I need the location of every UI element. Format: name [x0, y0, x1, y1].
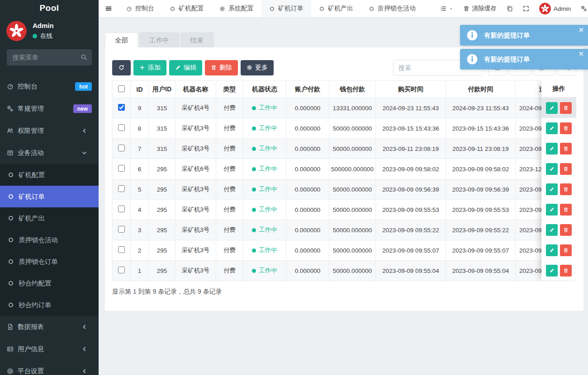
filter-tab-全部[interactable]: 全部 [105, 33, 138, 47]
trash-icon [211, 65, 217, 70]
row-edit-button[interactable] [546, 204, 558, 216]
column-header-机器状态[interactable]: 机器状态 [243, 81, 286, 98]
row-checkbox[interactable] [118, 124, 125, 131]
sidebar-subitem-矿机订单[interactable]: 矿机订单 [0, 186, 99, 207]
sidebar-item-用户信息[interactable]: 用户信息 [0, 338, 99, 360]
fullscreen-button[interactable] [518, 0, 534, 17]
refresh-button[interactable] [112, 60, 131, 75]
row-delete-button[interactable] [560, 244, 572, 256]
sidebar-subitem-矿机配置[interactable]: 矿机配置 [0, 164, 99, 186]
edit-button[interactable]: 编辑 [169, 60, 202, 75]
filter-tab-工作中[interactable]: 工作中 [139, 33, 179, 47]
trash-icon [563, 268, 569, 273]
row-edit-button[interactable] [546, 122, 558, 134]
sidebar-item-平台设置[interactable]: 平台设置 [0, 360, 99, 375]
table-row[interactable]: 1295采矿机3号付费工作中0.00000050000.0000002023-0… [113, 261, 577, 281]
clear-cache-button[interactable]: 清除缓存 [458, 0, 502, 17]
sidebar-item-控制台[interactable]: 控制台hot [0, 75, 99, 98]
settings-button[interactable] [576, 0, 588, 17]
row-delete-button[interactable] [560, 204, 572, 216]
table-row[interactable]: 6295采矿机6号付费工作中0.000000500000.0000002023-… [113, 159, 577, 179]
row-delete-button[interactable] [560, 183, 572, 195]
toast-close-button[interactable] [579, 51, 584, 58]
table-row[interactable]: 4295采矿机3号付费工作中0.00000050000.0000002023-0… [113, 200, 577, 220]
row-edit-button[interactable] [546, 183, 558, 195]
row-delete-button[interactable] [560, 122, 572, 134]
delete-button[interactable]: 删除 [205, 60, 238, 75]
sidebar-subitem-矿机产出[interactable]: 矿机产出 [0, 207, 99, 229]
row-edit-button[interactable] [546, 102, 558, 114]
row-checkbox[interactable] [118, 145, 125, 151]
table-row[interactable]: 3295采矿机3号付费工作中0.00000050000.0000002023-0… [113, 220, 577, 240]
more-button[interactable]: 更多 [241, 60, 274, 75]
row-edit-button[interactable] [546, 265, 558, 277]
toast-close-button[interactable] [579, 27, 584, 34]
nav-tab-系统配置[interactable]: 系统配置 [212, 0, 261, 17]
sidebar-item-业务活动[interactable]: 业务活动 [0, 142, 99, 164]
cell-type: 付费 [216, 139, 243, 159]
sidebar-subitem-质押锁仓订单[interactable]: 质押锁仓订单 [0, 251, 99, 272]
table-row[interactable]: 5295采矿机3号付费工作中0.00000050000.0000002023-0… [113, 179, 577, 200]
column-header-ID[interactable]: ID [131, 81, 149, 98]
column-header-账户付款[interactable]: 账户付款 [286, 81, 329, 98]
checkbox-cell [113, 240, 131, 261]
sidebar-subitem-label: 质押锁仓订单 [19, 258, 58, 266]
row-checkbox[interactable] [118, 165, 125, 172]
sidebar-subitem-秒合约订单[interactable]: 秒合约订单 [0, 294, 99, 316]
row-checkbox[interactable] [118, 104, 125, 111]
admin-menu[interactable]: Admin [534, 0, 576, 17]
select-all-checkbox[interactable] [118, 85, 125, 92]
row-checkbox[interactable] [118, 226, 125, 233]
row-edit-button[interactable] [546, 244, 558, 256]
add-button[interactable]: 添加 [133, 60, 166, 75]
cell-account_pay: 0.000000 [286, 118, 329, 139]
actions-cell [541, 240, 576, 260]
nav-tab-矿机订单[interactable]: 矿机订单 [261, 0, 311, 17]
row-checkbox[interactable] [118, 267, 125, 273]
column-header-用户ID[interactable]: 用户ID [149, 81, 175, 98]
row-delete-button[interactable] [560, 102, 572, 114]
row-edit-button[interactable] [546, 163, 558, 175]
table-row[interactable]: 7315采矿机3号付费工作中0.00000050000.0000002023-0… [113, 139, 577, 159]
sidebar-item-常规管理[interactable]: 常规管理new [0, 98, 99, 120]
nav-tab-矿机配置[interactable]: 矿机配置 [162, 0, 212, 17]
sidebar-item-权限管理[interactable]: 权限管理 [0, 120, 99, 142]
column-header-类型[interactable]: 类型 [216, 81, 243, 98]
nav-tab-控制台[interactable]: 控制台 [119, 0, 162, 17]
row-edit-button[interactable] [546, 143, 558, 155]
sidebar-toggle-button[interactable] [99, 0, 119, 17]
nav-list-dropdown[interactable] [435, 0, 458, 17]
table-row[interactable]: 8315采矿机3号付费工作中0.00000050000.0000002023-0… [113, 118, 577, 139]
table-row[interactable]: 9315采矿机4号付费工作中0.00000013331.0000002024-0… [113, 98, 577, 118]
sidebar-subitem-秒合约配置[interactable]: 秒合约配置 [0, 272, 99, 294]
column-header-机器名称[interactable]: 机器名称 [175, 81, 216, 98]
filter-tab-结束[interactable]: 结束 [180, 33, 213, 47]
row-checkbox[interactable] [118, 206, 125, 212]
cell-buy_time: 2023-09-09 09:58:02 [376, 159, 446, 179]
row-delete-button[interactable] [560, 163, 572, 175]
gears-icon [7, 105, 14, 112]
brand-logo: Pool [0, 0, 99, 16]
sidebar-item-数据报表[interactable]: 数据报表 [0, 316, 99, 338]
column-header-付款时间[interactable]: 付款时间 [446, 81, 516, 98]
column-header-钱包付款[interactable]: 钱包付款 [329, 81, 376, 98]
row-checkbox[interactable] [118, 185, 125, 192]
checkbox-cell [113, 200, 131, 220]
column-header-购买时间[interactable]: 购买时间 [376, 81, 446, 98]
nav-tab-label: 控制台 [135, 5, 154, 13]
table-row[interactable]: 2295采矿机3号付费工作中0.00000050000.0000002023-0… [113, 240, 577, 261]
row-edit-button[interactable] [546, 224, 558, 236]
status-dot-icon [252, 167, 256, 171]
row-checkbox[interactable] [118, 246, 125, 253]
content: 全部工作中结束 添加 编辑 删除 更多 [105, 33, 583, 311]
pages-button[interactable] [502, 0, 518, 17]
nav-tab-矿机产出[interactable]: 矿机产出 [311, 0, 361, 17]
row-delete-button[interactable] [560, 265, 572, 277]
menu-search-input[interactable] [7, 49, 92, 66]
cell-id: 8 [131, 118, 149, 139]
row-delete-button[interactable] [560, 224, 572, 236]
row-delete-button[interactable] [560, 143, 572, 155]
cell-account_pay: 0.000000 [286, 220, 329, 240]
sidebar-subitem-质押锁仓活动[interactable]: 质押锁仓活动 [0, 229, 99, 251]
nav-tab-质押锁仓活动[interactable]: 质押锁仓活动 [361, 0, 423, 17]
